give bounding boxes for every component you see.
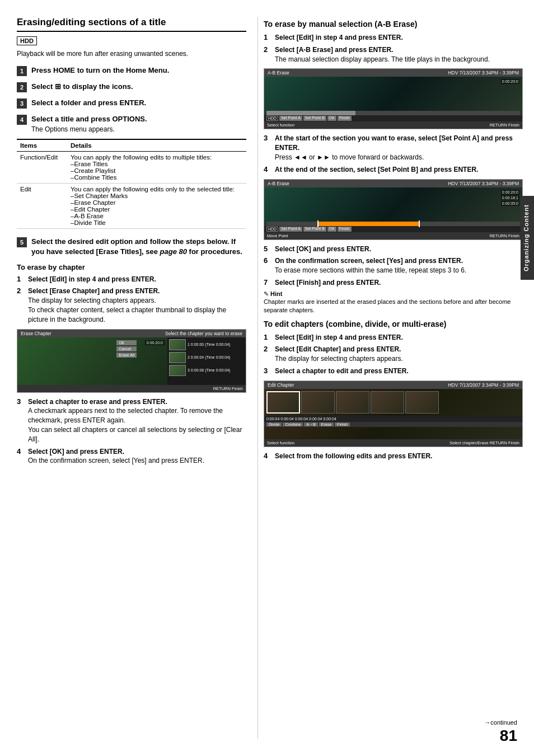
edit-chapters-step-num-2: 2: [264, 345, 271, 353]
main-step-2: 2 Select ⊞ to display the icons.: [17, 82, 246, 92]
erase-chapter-ss-list: 1 0:00:00 (Time 0:00:04) 2 0:00:04 (Time…: [167, 337, 246, 385]
edit-chapter-ss-body: 0:00:04 0:00:04 0:00:04 0:00:04 0:00:04 …: [264, 389, 522, 439]
erase-chapter-erase-all-btn: Erase All: [116, 353, 137, 358]
erase-ab-step-7-content: Select [Finish] and press ENTER.: [275, 278, 381, 288]
edit-chapter-ss-header: Edit Chapter HDV 7/13/2007 3:34PM - 3:39…: [264, 381, 522, 389]
ec-tc-5: 0:00:04: [323, 417, 336, 421]
ab-erase-2-tc1: 0:00:20:0: [501, 190, 519, 195]
ab-erase-1-timecode: 0:00:20:0: [501, 79, 519, 84]
erase-chapter-step-num-3: 3: [17, 397, 25, 406]
ec-thumb-4: [371, 391, 404, 414]
main-step-4: 4 Select a title and press OPTIONS. The …: [17, 114, 246, 133]
ab-erase-1-set-a: Set Point A: [279, 116, 302, 121]
erase-ab-step-num-2: 2: [264, 45, 271, 54]
table-row-function-edit: Function/Edit You can apply the followin…: [17, 152, 246, 184]
ab-erase-2-tc2: 0:00:18:1: [501, 195, 519, 200]
ab-erase-1-track: [266, 111, 520, 115]
erase-ab-step-num-5: 5: [264, 245, 271, 253]
ab-erase-2-buttons: HDD Set Point A Set Point B OK Finish: [264, 226, 522, 232]
erase-chapter-step-3: 3 Select a chapter to erase and press EN…: [17, 397, 246, 444]
edit-chapter-footer-left: Select function: [267, 440, 294, 445]
ab-erase-2-point-b: [419, 220, 420, 227]
hint-icon: ✎: [264, 290, 269, 298]
table-cell-edit-item: Edit: [17, 184, 67, 229]
ec-tc-3: 0:00:04: [295, 417, 308, 421]
erase-ab-step-7: 7 Select [Finish] and press ENTER.: [264, 278, 523, 288]
intro-text: Playback will be more fun after erasing …: [17, 50, 246, 58]
erase-chapter-ss-header: Erase Chapter Select the chapter you wan…: [17, 330, 246, 337]
ec-tc-4: 0:00:04: [309, 417, 322, 421]
options-table: Items Details Function/Edit You can appl…: [17, 139, 246, 229]
main-step-3: 3 Select a folder and press ENTER.: [17, 98, 246, 109]
table-header-details: Details: [67, 139, 246, 152]
page-num-area: →continued 81: [484, 719, 517, 745]
ab-erase-2-set-b-btn: Set Point B: [303, 227, 326, 232]
erase-ab-step-3: 3 At the start of the section you want t…: [264, 134, 523, 162]
ab-erase-1-ok: OK: [327, 116, 336, 121]
erase-chapter-list-item-2: 2 0:00:04 (Time 0:00:04): [169, 352, 244, 363]
ab-erase-2-time: HDV 7/13/2007 3:34PM - 3:39PM: [448, 181, 519, 186]
ab-erase-1-controls: HDD Set Point A Set Point B OK Finish: [264, 115, 522, 121]
ab-erase-1-hdd: HDD: [266, 116, 278, 121]
side-tab: Organizing Content: [521, 196, 534, 280]
edit-chapters-step-4: 4 Select from the following edits and pr…: [264, 452, 523, 461]
erase-chapter-step-4-content: Select [OK] and press ENTER. On the conf…: [28, 447, 204, 466]
continued-text: →continued: [484, 719, 517, 726]
edit-chapters-step-2: 2 Select [Edit Chapter] and press ENTER.…: [264, 345, 523, 364]
step-num-3: 3: [17, 98, 27, 109]
erase-chapter-item-3-text: 3 0:00:08 (Time 0:00:04): [188, 368, 230, 372]
ab-erase-screenshot-2: A-B Erase HDV 7/13/2007 3:34PM - 3:39PM …: [264, 179, 523, 240]
ec-combine-btn: Combine: [283, 422, 303, 426]
ab-erase-2-track: [266, 222, 520, 226]
table-row-edit: Edit You can apply the following edits o…: [17, 184, 246, 229]
ab-erase-2-footer-left: Move Point: [267, 233, 288, 238]
erase-ab-step-4-content: At the end of the section, select [Set P…: [275, 165, 478, 175]
ab-erase-1-finish: Finish: [338, 116, 352, 121]
ab-erase-2-header: A-B Erase HDV 7/13/2007 3:34PM - 3:39PM: [264, 180, 522, 187]
erase-chapter-ss-preview: 0:00:20:0 OK Cancel Erase All: [17, 337, 167, 385]
edit-chapters-step-num-1: 1: [264, 333, 271, 341]
ab-erase-1-footer-right: RETURN Finish: [490, 123, 519, 128]
erase-chapter-ss-body: 0:00:20:0 OK Cancel Erase All 1 0:00:00 …: [17, 337, 246, 385]
step-5-text: Select the desired edit option and follo…: [31, 237, 242, 256]
erase-ab-step-5: 5 Select [OK] and press ENTER.: [264, 245, 523, 254]
erase-chapter-step-1: 1 Select [Edit] in step 4 and press ENTE…: [17, 275, 246, 284]
erase-chapter-item-2-text: 2 0:00:04 (Time 0:00:04): [188, 355, 230, 359]
ab-erase-2-finish-btn: Finish: [338, 227, 352, 232]
erase-chapter-ss-title: Erase Chapter: [21, 331, 51, 336]
ab-erase-2-ok-btn: OK: [327, 227, 336, 232]
ec-thumb-3: [336, 391, 369, 414]
edit-chapters-step-1: 1 Select [Edit] in step 4 and press ENTE…: [264, 333, 523, 342]
edit-chapter-ss-time: HDV 7/13/2007 3:34PM - 3:39PM: [448, 382, 519, 388]
ec-divide-btn: Divide: [266, 422, 282, 426]
erase-chapter-list-item-3: 3 0:00:08 (Time 0:00:04): [169, 365, 244, 376]
ab-erase-2-timecodes: 0:00:20:0 0:00:18:1 0:00:35:0: [501, 190, 519, 206]
erase-chapter-step-num-2: 2: [17, 287, 25, 295]
step-num-2: 2: [17, 82, 27, 92]
erase-ab-step-6-content: On the confirmation screen, select [Yes]…: [275, 256, 466, 275]
erase-ab-step-6: 6 On the confirmation screen, select [Ye…: [264, 256, 523, 275]
ab-erase-2-body: 0:00:20:0 0:00:18:1 0:00:35:0 HDD Set Po…: [264, 187, 522, 232]
ec-thumb-5: [405, 391, 439, 414]
step-num-4: 4: [17, 115, 27, 125]
left-column: Erasing/editing sections of a title HDD …: [17, 17, 257, 739]
edit-chapters-step-3-content: Select a chapter to edit and press ENTER…: [275, 367, 409, 376]
erase-ab-step-num-3: 3: [264, 134, 271, 142]
erase-chapter-cancel-btn: Cancel: [116, 346, 137, 351]
erase-by-chapter-title: To erase by chapter: [17, 263, 246, 271]
page-container: Erasing/editing sections of a title HDD …: [0, 0, 534, 756]
erase-chapter-thumb-1: [169, 339, 186, 350]
erase-chapter-step-2: 2 Select [Erase Chapter] and press ENTER…: [17, 287, 246, 324]
erase-ab-step-num-4: 4: [264, 165, 271, 173]
ab-erase-screenshot-1: A-B Erase HDV 7/13/2007 3:34PM - 3:39PM …: [264, 68, 523, 129]
ec-timecodes: 0:00:04 0:00:04 0:00:04 0:00:04 0:00:04: [264, 416, 522, 422]
erase-ab-step-5-content: Select [OK] and press ENTER.: [275, 245, 371, 254]
erase-chapter-ss-time: 0:00:20:0: [145, 340, 165, 345]
erase-chapter-thumb-3: [169, 365, 186, 376]
step-4-text: Select a title and press OPTIONS.: [31, 115, 147, 123]
erase-chapter-ss-buttons: OK Cancel Erase All: [116, 340, 137, 358]
ab-erase-1-progress: [266, 111, 355, 115]
ab-erase-1-progressbar: HDD Set Point A Set Point B OK Finish: [264, 111, 522, 121]
page-title: Erasing/editing sections of a title: [17, 17, 246, 32]
hdd-badge: HDD: [17, 36, 37, 45]
